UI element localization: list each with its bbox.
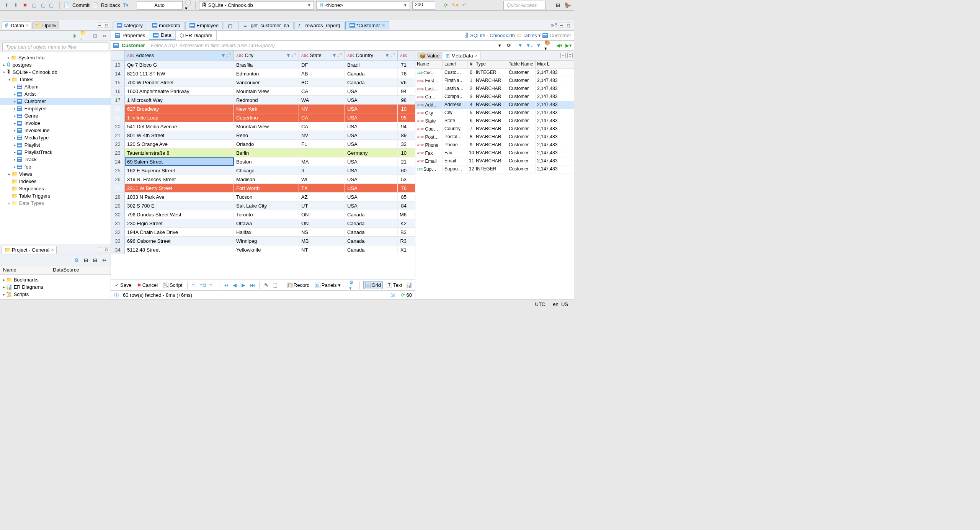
cell-city[interactable]: Berlin (234, 149, 299, 157)
collapse-icon[interactable]: ⊟ (82, 257, 89, 263)
cell-address[interactable]: 541 Del Medio Avenue (125, 122, 234, 131)
editor-tab-mockdata[interactable]: mockdata (148, 21, 185, 29)
cell-state[interactable]: UT (299, 201, 345, 210)
cell-address[interactable]: 1 Microsoft Way (125, 96, 234, 104)
cell-city[interactable]: Salt Lake City (234, 201, 299, 210)
tree-filter-input[interactable]: Type part of object name to filter (2, 43, 108, 51)
cell-state[interactable]: BC (299, 78, 345, 87)
cell-country[interactable]: USA (345, 175, 398, 183)
cell-postalcode[interactable]: 95 (398, 113, 409, 122)
cell-state[interactable]: IL (299, 166, 345, 175)
column-header-postal[interactable]: ABC (398, 51, 409, 60)
cell-address[interactable]: 696 Osborne Street (125, 237, 234, 245)
cell-country[interactable]: USA (345, 113, 398, 122)
cell-address[interactable]: 69 Salem Street (125, 157, 234, 166)
row-number[interactable]: 34 (111, 245, 125, 254)
tab-projects[interactable]: 📁 Проек (32, 21, 59, 29)
settings-icon[interactable]: ⚙ ▾ (349, 282, 356, 289)
cell-state[interactable]: MB (299, 237, 345, 245)
cell-address[interactable]: 627 Broadway (125, 105, 234, 113)
cell-postalcode[interactable]: 98 (398, 96, 409, 104)
cell-country[interactable]: USA (345, 193, 398, 201)
table-row[interactable]: 18627 BroadwayNew YorkNYUSA10 (111, 105, 415, 113)
table-row[interactable]: 20541 Del Medio AvenueMountain ViewCAUSA… (111, 122, 415, 131)
row-number[interactable]: 26 (111, 175, 125, 183)
cell-address[interactable]: 5112 48 Street (125, 245, 234, 254)
metadata-row[interactable]: ABCPost…Postal…8NVARCHARCustomer2,147,48… (415, 133, 574, 141)
table-row[interactable]: 33696 Osborne StreetWinnipegMBCanadaR3 (111, 237, 415, 245)
datasource-dropdown[interactable]: 🗄SQLite - Chinook.db ▼ (199, 1, 314, 10)
calc-icon[interactable]: 📊 (406, 282, 413, 289)
last-page-icon[interactable]: ⏭ (249, 282, 256, 289)
cell-city[interactable]: Mountain View (234, 122, 299, 131)
cancel-button[interactable]: ✖Cancel (136, 281, 159, 289)
cell-postalcode[interactable]: T6 (398, 69, 409, 78)
export-icon[interactable]: ⇲ (389, 292, 396, 299)
cell-address[interactable]: 700 W Pender Street (125, 78, 234, 87)
metadata-row[interactable]: 123Cus…Custo…0INTEGERCustomer2,147,483 (415, 69, 574, 77)
cell-city[interactable]: Reno (234, 131, 299, 139)
row-number[interactable]: 21 (111, 131, 125, 139)
cell-city[interactable]: Toronto (234, 210, 299, 219)
colorize-icon[interactable]: 🎨▾ (544, 42, 551, 49)
metadata-body[interactable]: 123Cus…Custo…0INTEGERCustomer2,147,483AB… (415, 69, 574, 173)
view-cell-icon[interactable]: ⬚ (272, 282, 278, 289)
cell-state[interactable]: CA (299, 122, 345, 131)
row-number[interactable]: 18 (111, 105, 125, 113)
cell-postalcode[interactable]: V6 (398, 78, 409, 87)
cell-state[interactable]: CA (299, 113, 345, 122)
minimize-editor-icon[interactable]: ─ (559, 23, 564, 28)
metadata-row[interactable]: 123Sup…Suppo…12INTEGERCustomer2,147,483 (415, 165, 574, 173)
close-icon[interactable]: ✕ (382, 23, 385, 28)
beaver-icon[interactable]: 🦫 (564, 2, 571, 9)
first-page-icon[interactable]: ⏮ (222, 282, 229, 289)
row-number[interactable]: 17 (111, 96, 125, 104)
row-number[interactable]: 20 (111, 122, 125, 131)
cell-address[interactable]: 194A Chain Lake Drive (125, 228, 234, 236)
cell-country[interactable]: USA (345, 157, 398, 166)
cell-state[interactable]: NY (299, 105, 345, 113)
minimize-view-icon[interactable]: ─ (560, 53, 566, 58)
table-row[interactable]: 32194A Chain Lake DriveHalifaxNSCanadaB3 (111, 228, 415, 237)
row-number[interactable]: 33 (111, 237, 125, 245)
table-row[interactable]: 272211 W Berry StreetFort WorthTXUSA76 (111, 184, 415, 193)
next-edit-icon[interactable]: ▶▾ (565, 42, 572, 49)
edit-cell-icon[interactable]: ✎ (263, 282, 270, 289)
table-row[interactable]: 2469 Salem StreetBostonMAUSA21 (111, 157, 415, 166)
row-number[interactable]: 25 (111, 166, 125, 175)
cell-address[interactable]: Qe 7 Bloco G (125, 61, 234, 69)
cell-address[interactable]: 120 S Orange Ave (125, 140, 234, 148)
cell-country[interactable]: Brazil (345, 61, 398, 69)
cell-country[interactable]: Canada (345, 219, 398, 227)
cell-country[interactable]: Canada (345, 69, 398, 78)
row-number[interactable]: 30 (111, 210, 125, 219)
cell-address[interactable]: 162 E Superior Street (125, 166, 234, 175)
cell-country[interactable]: USA (345, 105, 398, 113)
tab-project-general[interactable]: 📁 Project - General ✕ (2, 246, 57, 254)
cell-city[interactable]: Yellowknife (234, 245, 299, 254)
row-number[interactable]: 19 (111, 113, 125, 122)
project-tree[interactable]: ▸📁 Bookmarks ▸📊 ER Diagrams ▸📜 Scripts (0, 275, 111, 299)
editor-tab-getcust[interactable]: ≡get_customer_ba (240, 21, 293, 29)
table-row[interactable]: 345112 48 StreetYellowknifeNTCanadaX1 (111, 245, 415, 254)
disconnect-icon[interactable]: ⬇ (12, 2, 19, 9)
table-row[interactable]: 13Qe 7 Bloco GBrasíliaDFBrazil71 (111, 61, 415, 69)
cell-country[interactable]: USA (345, 166, 398, 175)
cell-address[interactable]: 302 S 700 E (125, 201, 234, 210)
tx-mode-icon[interactable]: T▾ (122, 2, 129, 9)
table-row[interactable]: 23Tauentzienstraße 8BerlinGermany10 (111, 149, 415, 157)
metadata-row[interactable]: ABCFirst…FirstNa…1NVARCHARCustomer2,147,… (415, 77, 574, 85)
subtab-er-diagram[interactable]: ⬡ER Diagram (176, 31, 217, 40)
next-page-icon[interactable]: ▶ (240, 282, 247, 289)
cell-postalcode[interactable]: 89 (398, 131, 409, 139)
funnel-icon[interactable]: ▼↕ (332, 52, 339, 58)
maximize-view-icon[interactable]: □ (104, 23, 109, 28)
grid-view-button[interactable]: ⊞Grid (363, 281, 383, 289)
cell-postalcode[interactable]: M6 (398, 210, 409, 219)
cell-city[interactable]: Mountain View (234, 87, 299, 95)
maximize-view-icon[interactable]: □ (567, 53, 573, 58)
funnel-clear-icon[interactable]: ▼ₓ (526, 42, 533, 49)
cell-city[interactable]: Orlando (234, 140, 299, 148)
cell-city[interactable]: Edmonton (234, 69, 299, 78)
cell-postalcode[interactable]: 32 (398, 140, 409, 148)
